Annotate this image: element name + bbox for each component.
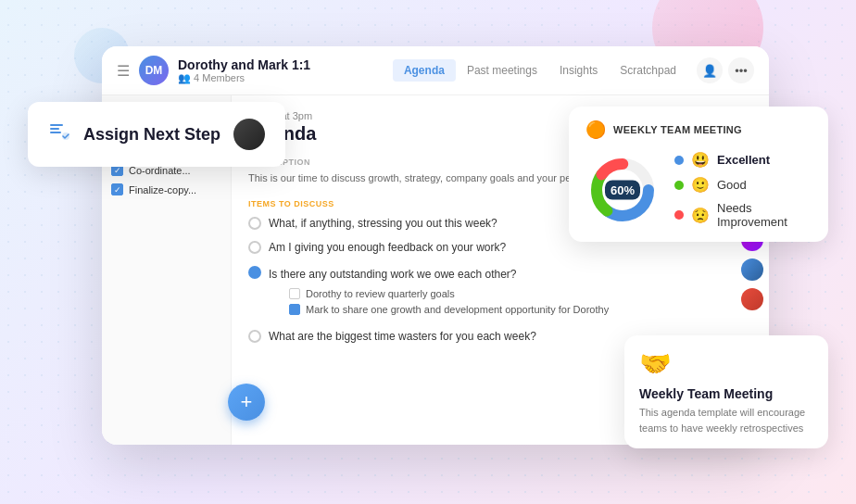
assign-next-step-label: Assign Next Step (83, 125, 220, 145)
svg-rect-1 (50, 128, 59, 130)
legend-emoji-needs: 😟 (691, 207, 710, 224)
chart-title: WEEKLY TEAM MEETING (613, 124, 742, 135)
chart-icon: 🟠 (585, 120, 606, 140)
sub-item-2: Mark to share one growth and development… (289, 304, 609, 315)
nav-tabs: Agenda Past meetings Insights Scratchpad (393, 59, 687, 82)
agenda-item-text-4: What are the biggest time wasters for yo… (269, 329, 536, 345)
agenda-item-text-2: Am I giving you enough feedback on your … (269, 240, 506, 256)
menu-icon[interactable]: ☰ (117, 62, 130, 80)
agenda-radio-2[interactable] (248, 241, 261, 254)
agenda-radio-1[interactable] (248, 217, 261, 230)
legend-item-good: 🙂 Good (674, 176, 812, 194)
info-card-description: This agenda template will encourage team… (639, 405, 813, 435)
legend-dot-needs (674, 210, 684, 220)
meeting-avatar: DM (139, 56, 169, 85)
chart-legend: 😃 Excellent 🙂 Good 😟 Needs Improvement (674, 151, 812, 229)
legend-emoji-excellent: 😃 (691, 151, 710, 169)
avatar-5 (741, 288, 763, 310)
chart-header: 🟠 WEEKLY TEAM MEETING (585, 120, 812, 140)
info-card-icon: 🤝 (639, 348, 813, 379)
sub-items: Dorothy to review quarterly goals Mark t… (289, 288, 609, 315)
legend-label-needs: Needs Improvement (717, 201, 812, 229)
donut-chart: 60% (585, 153, 660, 227)
sub-item-text-2: Mark to share one growth and development… (306, 304, 609, 315)
add-fab-button[interactable]: + (228, 384, 265, 421)
legend-label-good: Good (717, 178, 747, 192)
assign-avatar (233, 119, 265, 150)
agenda-item-text-1: What, if anything, stressing you out thi… (269, 216, 497, 232)
window-header: ☰ DM Dorothy and Mark 1:1 👥 4 Members Ag… (102, 46, 769, 95)
svg-rect-0 (50, 124, 63, 126)
members-icon: 👥 (178, 72, 191, 83)
sub-item-1: Dorothy to review quarterly goals (289, 288, 609, 299)
members-label: 👥 4 Members (178, 72, 384, 84)
meeting-title: Dorothy and Mark 1:1 (178, 57, 384, 72)
legend-item-excellent: 😃 Excellent (674, 151, 812, 169)
chart-content: 60% 😃 Excellent 🙂 Good 😟 Needs Improveme… (585, 151, 812, 229)
agenda-radio-3[interactable] (248, 266, 261, 279)
legend-dot-excellent (674, 156, 684, 165)
tab-scratchpad[interactable]: Scratchpad (609, 59, 687, 82)
tab-insights[interactable]: Insights (548, 59, 609, 82)
assign-icon (48, 120, 70, 148)
weekly-meeting-info-card: 🤝 Weekly Team Meeting This agenda templa… (624, 335, 828, 448)
more-options-icon[interactable]: ••• (728, 57, 754, 83)
tab-past-meetings[interactable]: Past meetings (456, 59, 548, 82)
agenda-item-3: Is there any outstanding work we owe eac… (248, 265, 719, 320)
checkbox-checked[interactable]: ✓ (111, 183, 123, 195)
agenda-item-text-3: Is there any outstanding work we owe eac… (269, 268, 517, 281)
legend-item-needs: 😟 Needs Improvement (674, 201, 812, 229)
svg-rect-2 (50, 132, 61, 133)
sub-checkbox-2[interactable] (289, 304, 300, 315)
avatar-4 (741, 258, 763, 281)
sub-item-text-1: Dorothy to review quarterly goals (306, 288, 455, 299)
assign-next-step-card: Assign Next Step (28, 102, 285, 167)
info-card-title: Weekly Team Meeting (639, 386, 813, 401)
donut-percentage: 60% (605, 181, 640, 200)
meeting-title-group: Dorothy and Mark 1:1 👥 4 Members (178, 57, 384, 84)
sub-checkbox-1[interactable] (289, 288, 300, 299)
add-member-icon[interactable]: 👤 (697, 57, 723, 83)
header-icons: 👤 ••• (697, 57, 754, 83)
step-text: Finalize-copy... (129, 184, 196, 195)
tab-agenda[interactable]: Agenda (393, 59, 456, 82)
agenda-radio-4[interactable] (248, 330, 261, 343)
list-item: ✓ Finalize-copy... (111, 183, 221, 195)
legend-emoji-good: 🙂 (691, 176, 710, 194)
agenda-item-2: Am I giving you enough feedback on your … (248, 240, 719, 256)
legend-dot-good (674, 181, 684, 190)
weekly-team-meeting-chart-card: 🟠 WEEKLY TEAM MEETING 60% 😃 Excellent (569, 107, 828, 242)
legend-label-excellent: Excellent (717, 153, 770, 167)
